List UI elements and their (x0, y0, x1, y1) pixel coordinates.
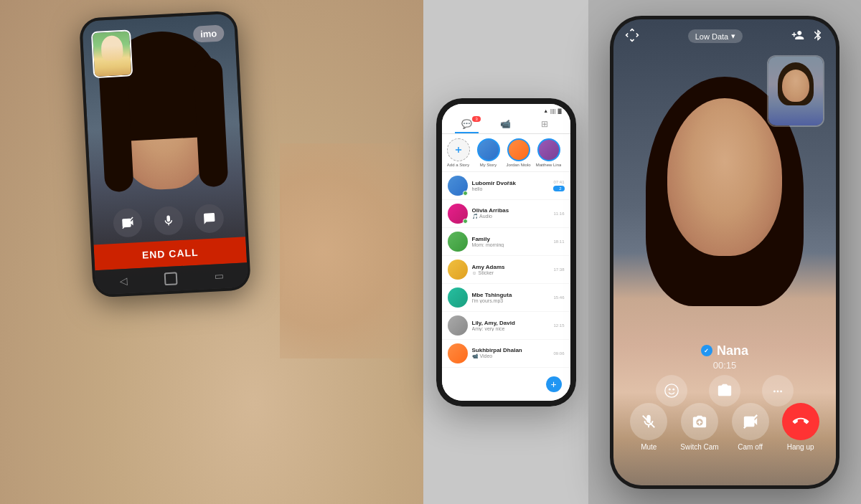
bluetooth-button[interactable] (811, 29, 824, 44)
mbe-name: Mbe Tshinguta (472, 292, 550, 298)
more-options-button[interactable] (762, 375, 794, 406)
add-story-button[interactable] (447, 138, 470, 161)
collapse-button[interactable] (625, 28, 639, 45)
story-jordan[interactable]: Jordan Ntolo (505, 138, 532, 167)
end-call-label: END CALL (142, 247, 199, 261)
home-nav-icon[interactable] (164, 272, 178, 285)
hangup-control: Hang up (782, 403, 819, 451)
add-story-label: Add a Story (447, 163, 469, 167)
caller-name-row: ✓ Nana (613, 343, 836, 358)
svg-point-1 (665, 384, 678, 396)
family-name: Family (472, 236, 550, 242)
cam-off-label: Cam off (738, 443, 763, 451)
tab-grid[interactable]: ⊞ (525, 115, 564, 133)
amy-time: 17:38 (553, 267, 564, 272)
amy-info: Amy Adams ☺ Sticker (472, 264, 550, 275)
phone-right-screen: Low Data ▾ (613, 19, 836, 485)
olivia-info: Olivia Arribas 🎵 Audio (472, 207, 550, 219)
sukhbirpal-meta: 09:06 (553, 351, 564, 356)
mbe-meta: 15:46 (553, 295, 564, 300)
mbe-preview: I'm yours.mp3 (472, 298, 550, 303)
sukhbirpal-name: Sukhbirpal Dhalan (472, 347, 550, 353)
amy-name: Amy Adams (472, 264, 550, 270)
chat-item-lily[interactable]: Lily, Amy, David Amy: very nice 12:15 (442, 312, 570, 340)
sukhbirpal-time: 09:06 (553, 351, 564, 356)
battery-icon: ▓ (557, 108, 561, 113)
chat-item-family[interactable]: Family Mom: morning 18:11 (442, 228, 570, 256)
olivia-name: Olivia Arribas (472, 207, 550, 214)
my-story-label: My Story (480, 163, 497, 167)
lubomir-unread: 2 (553, 186, 564, 191)
chat-item-lubomir[interactable]: Lubomir Dvořák hello 07:41 2 (442, 172, 570, 200)
imo-badge: imo (193, 24, 225, 42)
svg-point-2 (669, 388, 671, 390)
chat-list: Lubomir Dvořák hello 07:41 2 (442, 172, 570, 368)
my-story-avatar (477, 138, 500, 161)
call-controls: END CALL ◁ ▭ (91, 194, 248, 295)
new-chat-fab[interactable]: + (546, 376, 562, 392)
status-bar: ▲ |||| ▓ (442, 104, 570, 115)
cam-off-control: Cam off (732, 403, 769, 451)
family-time: 18:11 (553, 239, 564, 244)
cam-off-button[interactable] (732, 403, 769, 440)
low-data-badge[interactable]: Low Data ▾ (688, 29, 743, 43)
lily-preview: Amy: very nice (472, 326, 550, 331)
chat-button[interactable] (194, 204, 225, 234)
add-story-item[interactable]: Add a Story (445, 138, 472, 167)
effects-button[interactable] (656, 375, 687, 406)
add-contact-button[interactable] (791, 29, 804, 44)
wifi-icon: ▲ (543, 108, 548, 113)
mbe-info: Mbe Tshinguta I'm yours.mp3 (472, 292, 550, 303)
lily-avatar (448, 315, 468, 336)
chat-item-sukhbirpal[interactable]: Sukhbirpal Dhalan 📹 Video 09:06 (442, 340, 570, 368)
sukhbirpal-preview: 📹 Video (472, 353, 550, 359)
mute-button[interactable] (630, 403, 667, 440)
camera-effects-button[interactable] (709, 375, 740, 406)
microphone-button[interactable] (154, 206, 184, 236)
hangup-button[interactable] (782, 403, 819, 440)
switch-cam-control: Switch Cam (680, 403, 718, 451)
svg-point-3 (672, 388, 674, 390)
family-avatar (448, 232, 468, 252)
low-data-label: Low Data (695, 32, 728, 41)
tab-messages[interactable]: 💬 3 (448, 115, 486, 133)
my-story-item[interactable]: My Story (475, 138, 502, 167)
lubomir-info: Lubomir Dvořák hello (472, 180, 550, 191)
caller-thumbnail (91, 29, 133, 78)
story-matthew[interactable]: Matthew Lina (535, 138, 563, 167)
hangup-label: Hang up (787, 443, 814, 451)
lubomir-preview: hello (472, 186, 550, 191)
mbe-time: 15:46 (553, 295, 564, 300)
chat-item-amy[interactable]: Amy Adams ☺ Sticker 17:38 (442, 256, 570, 284)
lubomir-time: 07:41 (553, 180, 564, 184)
camera-button[interactable] (113, 208, 143, 238)
lily-info: Lily, Amy, David Amy: very nice (472, 320, 550, 331)
phone-left: imo (79, 11, 251, 298)
tab-video[interactable]: 📹 (486, 115, 525, 133)
mute-control: Mute (630, 403, 667, 451)
switch-cam-label: Switch Cam (680, 443, 718, 451)
right-section: Low Data ▾ (588, 0, 861, 504)
sukhbirpal-info: Sukhbirpal Dhalan 📹 Video (472, 347, 550, 359)
jordan-avatar (507, 138, 530, 161)
self-preview-bg (768, 57, 823, 125)
chat-item-mbe[interactable]: Mbe Tshinguta I'm yours.mp3 15:46 (442, 284, 570, 312)
self-preview-thumbnail (767, 55, 824, 127)
matthew-label: Matthew Lina (536, 163, 562, 167)
chat-item-olivia[interactable]: Olivia Arribas 🎵 Audio 11:16 (442, 200, 570, 228)
olivia-meta: 11:16 (553, 211, 564, 216)
olivia-time: 11:16 (553, 211, 564, 216)
phone-middle: ▲ |||| ▓ 💬 3 📹 ⊞ (436, 98, 576, 406)
main-controls: Mute Switch Cam (613, 403, 836, 457)
switch-cam-button[interactable] (681, 403, 718, 440)
jordan-label: Jordan Ntolo (506, 163, 530, 167)
fab-label: + (550, 379, 556, 390)
phone-left-screen: imo (82, 14, 248, 295)
mute-label: Mute (641, 443, 657, 451)
middle-section: ▲ |||| ▓ 💬 3 📹 ⊞ (423, 0, 588, 504)
left-section: imo (0, 0, 423, 504)
secondary-controls (613, 375, 836, 406)
phone-middle-inner: ▲ |||| ▓ 💬 3 📹 ⊞ (442, 104, 570, 401)
recents-nav-icon[interactable]: ▭ (214, 270, 224, 283)
back-nav-icon[interactable]: ◁ (119, 275, 128, 288)
